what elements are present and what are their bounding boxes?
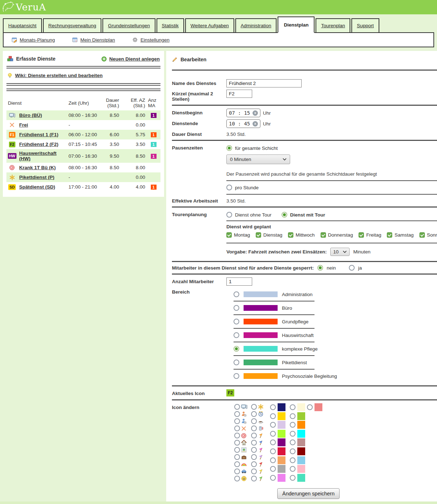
color-radio[interactable]	[270, 457, 276, 463]
bereich-option-label: Pikettdienst	[282, 360, 307, 365]
pause-stunde-radio[interactable]	[226, 185, 232, 190]
weekday-label: Dienstag	[263, 232, 282, 238]
color-radio[interactable]	[290, 422, 296, 428]
tab-grundeinstellungen[interactable]: Grundeinstellungen	[102, 18, 155, 33]
dienstende-input[interactable]: 10 : 45 ×	[226, 119, 260, 128]
icon-radio[interactable]	[251, 447, 257, 453]
color-radio[interactable]	[270, 431, 276, 437]
bereich-radio-pikettdienst[interactable]	[234, 360, 239, 365]
color-radio[interactable]	[270, 422, 276, 428]
icon-radio[interactable]	[251, 461, 257, 467]
tab-rechnungsverwaltung[interactable]: Rechnungsverwaltung	[43, 18, 102, 33]
tab-support[interactable]: Support	[351, 18, 379, 33]
dienstbeginn-input[interactable]: 07 : 15 ×	[226, 109, 260, 117]
color-radio[interactable]	[270, 439, 276, 445]
service-link[interactable]: Frei	[19, 122, 28, 128]
pause-minutes-select[interactable]: 0 Minuten	[226, 154, 290, 164]
new-service-link[interactable]: Neuen Dienst anlegen	[101, 56, 160, 62]
color-radio[interactable]	[270, 413, 276, 419]
service-link[interactable]: Spätdienst (SD)	[19, 184, 56, 190]
service-link[interactable]: Frühdienst 2 (F2)	[19, 142, 59, 147]
color-radio[interactable]	[290, 404, 296, 410]
icon-radio[interactable]	[251, 469, 257, 474]
color-option	[270, 412, 290, 420]
table-row: Pikettdienst (P)-0.00	[6, 172, 160, 182]
color-radio[interactable]	[290, 457, 296, 463]
icon-radio[interactable]	[234, 440, 240, 446]
tour-ohne-radio[interactable]	[226, 212, 232, 218]
pause-schicht-radio[interactable]	[226, 145, 232, 151]
icon-radio[interactable]	[251, 433, 257, 438]
icon-radio[interactable]	[234, 433, 240, 438]
color-radio[interactable]	[270, 475, 276, 481]
service-link[interactable]: Hausweritschaft (HW)	[19, 151, 57, 161]
bereich-radio-hauswirtschaft[interactable]	[234, 332, 239, 338]
checkbox-montag[interactable]	[226, 232, 232, 238]
icon-radio[interactable]	[234, 454, 240, 460]
wiki-link[interactable]: Wiki: Dienste erstellen und bearbeiten	[7, 73, 102, 78]
service-link[interactable]: Büro (BÜ)	[19, 113, 42, 118]
icon-radio[interactable]	[251, 440, 257, 446]
checkbox-freitag[interactable]	[359, 232, 364, 238]
pause-option-stunde: pro Stunde	[226, 185, 437, 190]
tour-mit-radio[interactable]	[282, 212, 287, 218]
gesperrt-ja-radio[interactable]	[349, 265, 355, 271]
color-radio[interactable]	[290, 448, 296, 454]
icon-radio[interactable]	[251, 411, 257, 417]
color-radio[interactable]	[290, 466, 296, 472]
color-radio[interactable]	[290, 431, 296, 437]
bereich-radio-administration[interactable]	[234, 291, 239, 297]
bereich-radio-grundpflege[interactable]	[234, 319, 239, 324]
color-radio[interactable]	[270, 448, 276, 454]
bereich-radio-psychosoziale-begleitung[interactable]	[234, 373, 239, 379]
icon-radio[interactable]	[251, 418, 257, 424]
kuerzel-input[interactable]	[226, 90, 252, 98]
divider	[172, 105, 437, 106]
color-radio[interactable]	[290, 475, 296, 481]
checkbox-sonntag[interactable]	[419, 232, 425, 238]
icon-radio[interactable]	[234, 461, 240, 467]
service-link[interactable]: Krank 1T Bü (K)	[19, 165, 56, 170]
icon-radio[interactable]	[234, 447, 240, 453]
icon-radio[interactable]	[251, 404, 257, 410]
icon-radio[interactable]	[234, 469, 240, 474]
tab-tourenplan[interactable]: Tourenplan	[316, 18, 350, 33]
icon-option-flag-blue-icon	[251, 439, 270, 446]
icon-radio[interactable]	[234, 476, 240, 481]
checkbox-samstag[interactable]	[387, 232, 392, 238]
subnav-item-monats-planung[interactable]: Monats-Planung	[11, 37, 55, 43]
clear-time-icon[interactable]: ×	[253, 110, 258, 116]
icon-radio[interactable]	[234, 418, 240, 424]
tab-dienstplan[interactable]: Dienstplan	[278, 16, 314, 33]
color-radio[interactable]	[270, 466, 276, 472]
subnav-item-einstellungen[interactable]: Einstellungen	[132, 37, 169, 43]
service-link[interactable]: Frühdienst 1 (F1)	[19, 132, 59, 137]
checkbox-donnerstag[interactable]	[321, 232, 326, 238]
icon-radio[interactable]	[251, 454, 257, 460]
icon-radio[interactable]	[234, 411, 240, 417]
tab-administration[interactable]: Administration	[235, 18, 277, 33]
anzahl-input[interactable]	[226, 277, 252, 286]
bereich-radio-komplexe-pflege[interactable]	[234, 346, 239, 352]
color-radio[interactable]	[307, 404, 313, 410]
service-link[interactable]: Pikettdienst (P)	[19, 175, 54, 180]
color-radio[interactable]	[290, 439, 296, 445]
bereich-radio-buero[interactable]	[234, 305, 239, 311]
icon-radio[interactable]	[251, 476, 257, 481]
color-radio[interactable]	[290, 413, 296, 419]
checkbox-mittwoch[interactable]	[288, 232, 293, 238]
tab-hauptansicht[interactable]: Hauptansicht	[3, 18, 42, 33]
checkbox-dienstag[interactable]	[256, 232, 261, 238]
gesperrt-nein-radio[interactable]	[317, 265, 323, 271]
tab-weitere-aufgaben[interactable]: Weitere Aufgaben	[185, 18, 234, 33]
color-radio[interactable]	[270, 404, 276, 410]
icon-radio[interactable]	[234, 425, 240, 431]
fahrzeit-select[interactable]: 10	[330, 248, 350, 256]
tab-statistik[interactable]: Statistik	[157, 18, 184, 33]
icon-radio[interactable]	[234, 404, 240, 410]
subnav-item-mein-dienstplan[interactable]: Mein Dienstplan	[72, 37, 115, 43]
save-button[interactable]: Änderungen speichern	[277, 488, 340, 499]
name-input[interactable]	[226, 79, 302, 87]
icon-radio[interactable]	[251, 425, 257, 431]
clear-time-icon[interactable]: ×	[253, 121, 258, 127]
